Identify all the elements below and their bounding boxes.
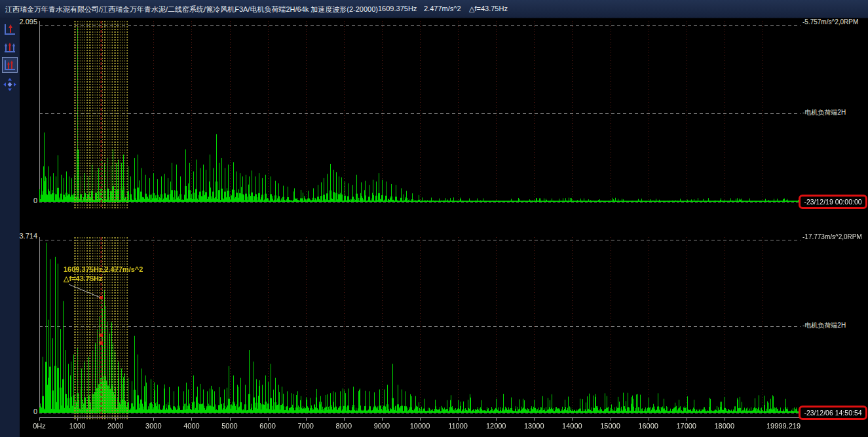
x-axis-label: 2000 [96,422,135,430]
chart2-timestamp-badge: -23/12/06 14:50:54 [799,406,867,420]
pan-tool-button[interactable] [2,77,18,92]
cursor-annotation: 1609.375Hz,2.477m/s^2 △f=43.75Hz [64,265,143,283]
breadcrumb: 江西瑞金万年青水泥有限公司/江西瑞金万年青水泥/二线窑系统/篦冷风机F3A/电机… [5,5,378,14]
x-axis-label: 14000 [552,422,592,430]
title-bar: 江西瑞金万年青水泥有限公司/江西瑞金万年青水泥/二线窑系统/篦冷风机F3A/电机… [0,0,868,18]
x-axis-label: 11000 [438,422,478,430]
x-axis-label: 19999.219 [742,422,801,430]
x-axis-label: 7000 [286,422,326,430]
chart1-yzero-label: 0 [11,197,37,204]
chart2-yzero-label: 0 [11,408,37,415]
x-axis-label: 9000 [362,422,402,430]
chart1-channel-label: -电机负荷端2H [802,108,846,117]
x-axis-label: 6000 [248,422,288,430]
chart1-peak-rpm-label: -5.757m/s^2,0RPM [802,18,858,26]
x-axis-label: 18000 [705,422,744,430]
harmonic-cursor-tool-button[interactable] [2,39,18,55]
chart1-ymax-label: 2.095 [11,18,37,26]
sideband-cursor-icon [3,58,17,72]
pan-icon [3,77,17,92]
x-axis-label: 4000 [172,422,211,430]
x-axis-label: 17000 [667,422,706,430]
x-axis-label: 15000 [591,422,630,430]
x-axis-label: 16000 [629,422,668,430]
chart1-timestamp-badge: -23/12/19 00:00:00 [799,195,867,209]
x-axis-label: 12000 [476,422,516,430]
cursor-amplitude-readout: 2.477m/s^2 [424,5,461,12]
x-axis-label: 5000 [210,422,250,430]
x-axis-label: 8000 [324,422,364,430]
x-axis-label: 0Hz [20,422,59,430]
x-axis-label: 1000 [58,422,97,430]
delta-f-readout: △f=43.75Hz [469,5,508,13]
x-axis-label: 10000 [400,422,440,430]
spectrum-chart-1[interactable] [39,20,801,208]
x-axis-label: 3000 [134,422,173,430]
chart2-peak-rpm-label: -17.773m/s^2,0RPM [802,233,862,240]
cursor-frequency-readout: 1609.375Hz [378,5,417,12]
sideband-cursor-tool-button[interactable] [2,57,18,73]
tool-sidebar [0,18,20,437]
vibration-analysis-app: { "title_bar": { "path": "江西瑞金万年青水泥有限公司/… [0,0,868,437]
spectrum-chart-2[interactable] [39,236,801,423]
cursor-annotation-line2: △f=43.75Hz [64,274,143,283]
chart2-ymax-label: 3.714 [11,232,37,240]
x-axis: 0Hz1000200030004000500060007000800090001… [0,422,868,432]
chart2-channel-label: -电机负荷端2H [802,321,846,330]
x-axis-label: 13000 [514,422,554,430]
cursor-annotation-line1: 1609.375Hz,2.477m/s^2 [64,265,143,274]
harmonic-cursor-icon [3,40,17,54]
